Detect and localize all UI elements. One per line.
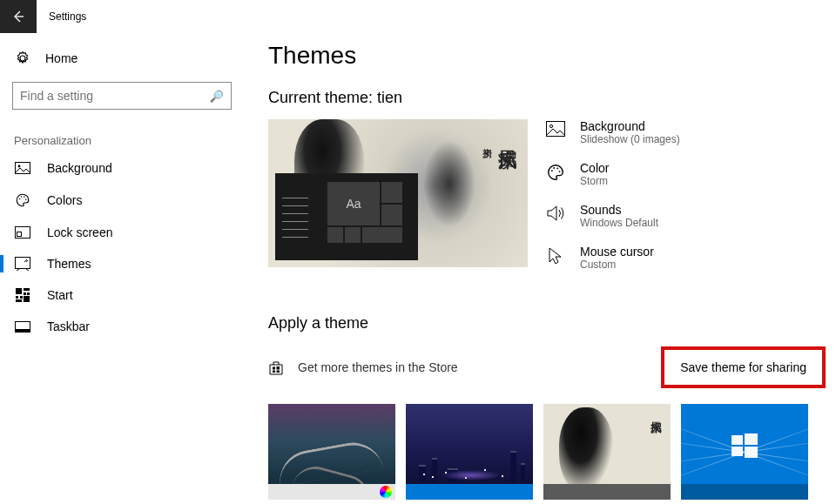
nav-colors[interactable]: Colors bbox=[0, 184, 244, 217]
setting-label: Color bbox=[580, 161, 609, 175]
color-wheel-icon bbox=[380, 486, 392, 498]
svg-rect-0 bbox=[16, 163, 30, 174]
save-theme-button[interactable]: Save theme for sharing bbox=[661, 346, 826, 388]
svg-point-1 bbox=[18, 165, 21, 168]
svg-rect-10 bbox=[24, 288, 30, 291]
svg-point-21 bbox=[551, 170, 553, 171]
store-icon bbox=[268, 360, 284, 375]
start-icon bbox=[14, 288, 31, 302]
preview-start-menu: Aa bbox=[275, 173, 418, 260]
apply-theme-heading: Apply a theme bbox=[268, 314, 836, 333]
arrow-left-icon bbox=[11, 10, 25, 24]
svg-rect-32 bbox=[745, 447, 758, 458]
svg-rect-31 bbox=[732, 447, 743, 456]
svg-rect-18 bbox=[16, 329, 30, 333]
back-button[interactable] bbox=[0, 0, 37, 33]
current-theme-row: 疾風招來 少初來 Aa B bbox=[268, 119, 836, 286]
svg-point-20 bbox=[549, 124, 552, 127]
setting-color[interactable]: Color Storm bbox=[543, 161, 680, 187]
current-theme-label: Current theme: tien bbox=[268, 89, 836, 107]
nav-label: Taskbar bbox=[47, 319, 90, 333]
search-box[interactable]: 🔍 bbox=[12, 82, 232, 110]
theme-thumbnail-3[interactable]: 疾風招來 bbox=[543, 404, 671, 500]
preview-ink-shape bbox=[423, 140, 475, 227]
svg-rect-29 bbox=[732, 435, 743, 445]
gear-icon bbox=[14, 50, 31, 66]
search-icon: 🔍 bbox=[210, 90, 224, 103]
sidebar: Home 🔍 Personalization Background Colors… bbox=[0, 33, 244, 342]
svg-point-3 bbox=[21, 196, 23, 198]
palette-icon bbox=[14, 192, 31, 208]
nav-label: Colors bbox=[47, 193, 82, 207]
setting-value: Windows Default bbox=[580, 217, 658, 229]
taskbar-icon bbox=[14, 321, 31, 333]
setting-value: Custom bbox=[580, 259, 654, 271]
themes-gallery: 疾風招來 bbox=[268, 404, 836, 500]
svg-rect-7 bbox=[17, 232, 22, 237]
svg-rect-11 bbox=[24, 292, 26, 295]
picture-icon bbox=[543, 119, 568, 145]
apply-row: Get more themes in the Store Save theme … bbox=[268, 346, 826, 388]
svg-rect-15 bbox=[24, 296, 30, 302]
windows-logo-icon bbox=[732, 433, 758, 459]
nav-lock-screen[interactable]: Lock screen bbox=[0, 217, 244, 248]
nav-label: Start bbox=[47, 288, 73, 302]
nav-label: Background bbox=[47, 161, 112, 175]
setting-value: Storm bbox=[580, 175, 609, 187]
sidebar-home[interactable]: Home bbox=[0, 44, 244, 73]
lock-screen-icon bbox=[14, 226, 31, 239]
setting-label: Sounds bbox=[580, 203, 658, 217]
nav-themes[interactable]: Themes bbox=[0, 248, 244, 279]
section-header: Personalization bbox=[14, 134, 230, 147]
svg-point-22 bbox=[553, 167, 555, 169]
nav-taskbar[interactable]: Taskbar bbox=[0, 311, 244, 342]
theme-settings-list: Background Slideshow (0 images) Color St… bbox=[543, 119, 680, 286]
svg-rect-8 bbox=[16, 258, 30, 269]
theme-thumbnail-2[interactable] bbox=[406, 404, 533, 500]
main-content: Themes Current theme: tien 疾風招來 少初來 Aa bbox=[268, 33, 836, 500]
setting-label: Background bbox=[580, 119, 680, 133]
svg-point-23 bbox=[556, 168, 558, 170]
theme-thumbnail-1[interactable] bbox=[268, 404, 395, 500]
svg-rect-9 bbox=[16, 288, 22, 294]
theme-thumbnail-4[interactable] bbox=[681, 404, 808, 500]
svg-point-2 bbox=[19, 198, 21, 200]
svg-point-5 bbox=[25, 199, 27, 201]
theme-preview: 疾風招來 少初來 Aa bbox=[268, 119, 528, 267]
picture-icon bbox=[14, 162, 31, 174]
svg-rect-25 bbox=[273, 367, 275, 370]
setting-value: Slideshow (0 images) bbox=[580, 133, 680, 145]
preview-tile: Aa bbox=[327, 182, 380, 225]
themes-icon bbox=[14, 257, 31, 271]
svg-rect-16 bbox=[16, 299, 22, 302]
preview-calligraphy: 疾風招來 少初來 bbox=[481, 135, 521, 140]
home-label: Home bbox=[45, 51, 78, 65]
nav-background[interactable]: Background bbox=[0, 152, 244, 184]
speaker-icon bbox=[543, 203, 568, 229]
nav-label: Themes bbox=[47, 257, 91, 271]
svg-rect-13 bbox=[16, 296, 18, 299]
nav-label: Lock screen bbox=[47, 225, 112, 239]
setting-label: Mouse cursor bbox=[580, 245, 654, 259]
svg-rect-12 bbox=[27, 292, 30, 295]
titlebar: Settings bbox=[0, 0, 836, 33]
svg-rect-27 bbox=[273, 371, 275, 373]
svg-point-4 bbox=[24, 197, 25, 198]
search-input[interactable] bbox=[20, 89, 203, 103]
svg-rect-28 bbox=[277, 371, 280, 373]
palette-icon bbox=[543, 161, 568, 187]
svg-rect-19 bbox=[547, 122, 565, 137]
store-link-label: Get more themes in the Store bbox=[298, 360, 458, 374]
setting-mouse-cursor[interactable]: Mouse cursor Custom bbox=[543, 245, 680, 271]
get-more-themes-link[interactable]: Get more themes in the Store bbox=[268, 360, 458, 375]
svg-rect-26 bbox=[277, 366, 280, 370]
setting-sounds[interactable]: Sounds Windows Default bbox=[543, 203, 680, 229]
window-title: Settings bbox=[49, 10, 86, 23]
nav-start[interactable]: Start bbox=[0, 279, 244, 311]
svg-rect-30 bbox=[745, 433, 758, 445]
svg-point-24 bbox=[559, 171, 561, 172]
svg-rect-14 bbox=[20, 296, 23, 299]
setting-background[interactable]: Background Slideshow (0 images) bbox=[543, 119, 680, 145]
page-title: Themes bbox=[268, 42, 836, 70]
cursor-icon bbox=[543, 245, 568, 271]
